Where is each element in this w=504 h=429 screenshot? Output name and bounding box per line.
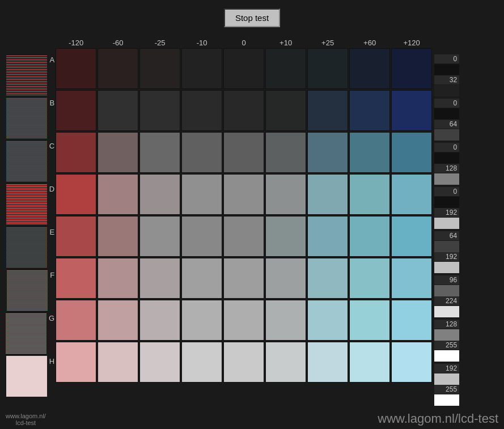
grid-cell: [307, 132, 348, 173]
grid-cell: [223, 258, 264, 299]
value-top: 0: [434, 143, 459, 152]
row-label-e: E: [6, 227, 54, 267]
grid-cell: [223, 342, 264, 383]
col-header: -60: [98, 39, 138, 47]
col-header: -25: [139, 39, 180, 47]
grid-cell: [223, 132, 264, 173]
value-swatch-bottom: [434, 262, 459, 273]
grid-cell: [391, 174, 432, 215]
grid-cell: [56, 48, 96, 89]
grid-cell: [307, 300, 348, 341]
grid-row-f: [56, 258, 433, 299]
grid-cell: [56, 90, 96, 131]
col-header: +10: [265, 39, 306, 47]
footer-right-text: www.lagom.nl/lcd-test: [378, 411, 498, 426]
right-panel: 032064012801926419296224128255192255: [434, 39, 459, 407]
row-label-c: C: [6, 141, 54, 181]
grid-cell: [139, 48, 180, 89]
value-swatch-top: [434, 108, 459, 120]
grid-cell: [139, 90, 180, 131]
row-label-d: D: [6, 184, 54, 224]
value-top: 96: [434, 275, 459, 284]
right-row-c: 0128: [434, 143, 459, 185]
grid-cell: [56, 342, 96, 383]
grid-cell: [98, 342, 138, 383]
grid-cell: [349, 48, 390, 89]
right-row-b: 064: [434, 99, 459, 141]
grid-cell: [181, 48, 222, 89]
grid-cell: [98, 300, 138, 341]
row-label-g: G: [6, 313, 54, 354]
grid-cell: [139, 342, 180, 383]
pattern-swatch-d: [6, 184, 47, 224]
grid-cell: [349, 174, 390, 215]
grid-cell: [181, 216, 222, 257]
grid-cell: [349, 342, 390, 383]
grid-cell: [181, 342, 222, 383]
grid-cell: [139, 174, 180, 215]
row-label-b: B: [6, 97, 54, 138]
value-swatch-bottom: [434, 394, 459, 406]
footer: www.lagom.nl/ lcd-test www.lagom.nl/lcd-…: [0, 411, 504, 426]
grid-cell: [98, 48, 138, 89]
pattern-swatch-g: [6, 313, 46, 354]
right-row-e: 64192: [434, 231, 459, 273]
grid-cell: [98, 132, 138, 173]
grid-cell: [56, 258, 96, 299]
grid-cell: [349, 216, 390, 257]
stop-test-button[interactable]: Stop test: [224, 9, 280, 27]
grid-cell: [98, 258, 138, 299]
value-bottom: 64: [434, 120, 459, 129]
grid-cell: [139, 132, 180, 173]
value-swatch-top: [434, 64, 459, 75]
left-panel: ABCDEFGH: [6, 39, 54, 407]
grid-cell: [307, 48, 348, 89]
grid-cell: [223, 216, 264, 257]
pattern-swatch-e: [6, 227, 47, 267]
grid-cell: [265, 174, 306, 215]
grid-cell: [139, 300, 180, 341]
right-row-g: 128255: [434, 320, 459, 362]
value-swatch-bottom: [434, 306, 459, 317]
value-bottom: 192: [434, 208, 459, 217]
row-label-f: F: [7, 270, 54, 311]
grid-cell: [391, 300, 432, 341]
grid-row-d: [56, 174, 433, 215]
grid-cell: [349, 258, 390, 299]
value-swatch-bottom: [434, 85, 459, 96]
value-top: 0: [434, 54, 459, 63]
grid-cell: [98, 216, 138, 257]
value-swatch-top: [434, 373, 459, 385]
grid-row-b: [56, 90, 433, 131]
grid-cell: [265, 342, 306, 383]
footer-left-text: www.lagom.nl/ lcd-test: [6, 413, 46, 426]
grid-cell: [98, 90, 138, 131]
row-letter-g: G: [49, 314, 54, 322]
grid-cell: [139, 216, 180, 257]
grid-cell: [349, 90, 390, 131]
grid-cell: [181, 258, 222, 299]
column-headers: -120-60-25-100+10+25+60+120: [56, 39, 433, 47]
col-header: -10: [181, 39, 222, 47]
value-swatch-top: [434, 285, 459, 296]
grid-cell: [56, 132, 96, 173]
grid-cell: [349, 132, 390, 173]
grid-row-c: [56, 132, 433, 173]
grid-row-e: [56, 216, 433, 257]
grid-cell: [265, 48, 306, 89]
grid-cell: [56, 300, 96, 341]
grid-cell: [139, 258, 180, 299]
grid-cell: [307, 174, 348, 215]
row-letter-a: A: [49, 56, 54, 64]
grid-cell: [391, 342, 432, 383]
grid-cell: [307, 90, 348, 131]
grid-cell: [181, 300, 222, 341]
value-bottom: 255: [434, 385, 459, 394]
right-row-h: 192255: [434, 364, 459, 406]
value-bottom: 32: [434, 75, 459, 84]
grid-cell: [223, 48, 264, 89]
pattern-swatch-b: [6, 97, 47, 138]
grid-cell: [223, 174, 264, 215]
grid-cell: [265, 300, 306, 341]
grid-cell: [391, 132, 432, 173]
